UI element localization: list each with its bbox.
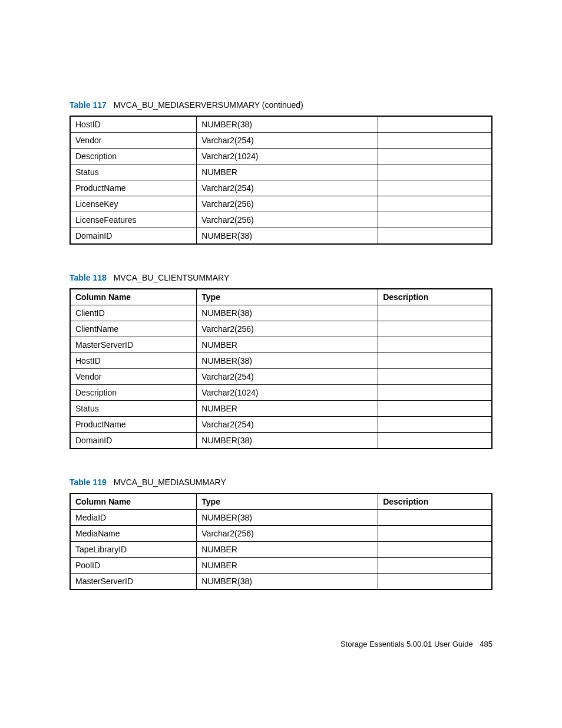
cell: NUMBER(38) <box>197 116 378 133</box>
cell: DomainID <box>70 228 197 245</box>
cell: Description <box>70 385 197 401</box>
cell: NUMBER <box>197 542 378 558</box>
table-row: Status NUMBER <box>70 401 492 417</box>
page: Table 117 MVCA_BU_MEDIASERVERSUMMARY (co… <box>0 0 562 728</box>
cell: Varchar2(256) <box>197 196 378 212</box>
table-row: HostID NUMBER(38) <box>70 116 492 133</box>
cell <box>378 417 492 433</box>
table-row: Vendor Varchar2(254) <box>70 369 492 385</box>
cell: DomainID <box>70 433 197 449</box>
cell: NUMBER <box>197 337 378 353</box>
cell: Varchar2(256) <box>197 526 378 542</box>
cell: MediaName <box>70 526 197 542</box>
cell <box>378 558 492 574</box>
table-row: ProductName Varchar2(254) <box>70 417 492 433</box>
cell: LicenseFeatures <box>70 212 197 228</box>
cell <box>378 337 492 353</box>
table-row: ProductName Varchar2(254) <box>70 180 492 196</box>
cell <box>378 133 492 149</box>
cell: NUMBER(38) <box>197 305 378 321</box>
cell <box>378 574 492 590</box>
table-row: ClientName Varchar2(256) <box>70 321 492 337</box>
cell: NUMBER(38) <box>197 510 378 526</box>
cell: HostID <box>70 116 197 133</box>
cell <box>378 164 492 180</box>
cell: PoolID <box>70 558 197 574</box>
table-row: DomainID NUMBER(38) <box>70 228 492 245</box>
cell: ClientName <box>70 321 197 337</box>
cell: Varchar2(254) <box>197 417 378 433</box>
table-row: Description Varchar2(1024) <box>70 385 492 401</box>
table-header-row: Column Name Type Description <box>70 289 492 305</box>
cell: Varchar2(254) <box>197 180 378 196</box>
table-row: MasterServerID NUMBER <box>70 337 492 353</box>
cell <box>378 401 492 417</box>
table-119: Column Name Type Description MediaID NUM… <box>70 493 492 590</box>
cell <box>378 433 492 449</box>
table-caption-119: Table 119 MVCA_BU_MEDIASUMMARY <box>70 477 492 487</box>
table-row: Vendor Varchar2(254) <box>70 133 492 149</box>
cell: ProductName <box>70 417 197 433</box>
cell: NUMBER <box>197 558 378 574</box>
cell <box>378 385 492 401</box>
cell: NUMBER(38) <box>197 228 378 245</box>
cell <box>378 321 492 337</box>
cell <box>378 149 492 164</box>
cell: NUMBER(38) <box>197 353 378 369</box>
cell <box>378 116 492 133</box>
table-caption-118: Table 118 MVCA_BU_CLIENTSUMMARY <box>70 273 492 282</box>
cell: HostID <box>70 353 197 369</box>
cell: Vendor <box>70 133 197 149</box>
cell <box>378 196 492 212</box>
cell: Varchar2(256) <box>197 212 378 228</box>
cell: LicenseKey <box>70 196 197 212</box>
cell: MasterServerID <box>70 337 197 353</box>
table-row: Status NUMBER <box>70 164 492 180</box>
page-footer: Storage Essentials 5.00.01 User Guide 48… <box>340 640 492 648</box>
table-row: MediaID NUMBER(38) <box>70 510 492 526</box>
cell: ClientID <box>70 305 197 321</box>
column-header: Type <box>197 289 378 305</box>
cell: Status <box>70 401 197 417</box>
cell: Varchar2(1024) <box>197 385 378 401</box>
table-row: PoolID NUMBER <box>70 558 492 574</box>
cell: MasterServerID <box>70 574 197 590</box>
table-caption-117: Table 117 MVCA_BU_MEDIASERVERSUMMARY (co… <box>70 100 492 110</box>
table-row: LicenseFeatures Varchar2(256) <box>70 212 492 228</box>
column-header: Type <box>197 493 378 510</box>
page-number: 485 <box>480 640 492 648</box>
cell: Varchar2(254) <box>197 133 378 149</box>
column-header: Description <box>378 493 492 510</box>
cell <box>378 369 492 385</box>
cell: NUMBER(38) <box>197 574 378 590</box>
table-label: Table 119 <box>70 477 107 487</box>
cell <box>378 526 492 542</box>
table-row: MediaName Varchar2(256) <box>70 526 492 542</box>
table-row: DomainID NUMBER(38) <box>70 433 492 449</box>
table-row: TapeLibraryID NUMBER <box>70 542 492 558</box>
cell: Description <box>70 149 197 164</box>
table-row: LicenseKey Varchar2(256) <box>70 196 492 212</box>
table-row: Description Varchar2(1024) <box>70 149 492 164</box>
table-row: ClientID NUMBER(38) <box>70 305 492 321</box>
table-title: MVCA_BU_MEDIASERVERSUMMARY (continued) <box>114 100 303 110</box>
table-label: Table 117 <box>70 100 107 110</box>
cell <box>378 212 492 228</box>
table-title: MVCA_BU_CLIENTSUMMARY <box>114 273 230 282</box>
column-header: Column Name <box>70 289 197 305</box>
cell <box>378 305 492 321</box>
table-row: HostID NUMBER(38) <box>70 353 492 369</box>
cell <box>378 228 492 245</box>
footer-text: Storage Essentials 5.00.01 User Guide <box>340 640 473 648</box>
cell: Varchar2(254) <box>197 369 378 385</box>
cell: Varchar2(256) <box>197 321 378 337</box>
column-header: Description <box>378 289 492 305</box>
cell: ProductName <box>70 180 197 196</box>
cell: Varchar2(1024) <box>197 149 378 164</box>
cell: NUMBER <box>197 164 378 180</box>
cell: Vendor <box>70 369 197 385</box>
cell: MediaID <box>70 510 197 526</box>
table-label: Table 118 <box>70 273 107 282</box>
cell <box>378 353 492 369</box>
cell: NUMBER <box>197 401 378 417</box>
